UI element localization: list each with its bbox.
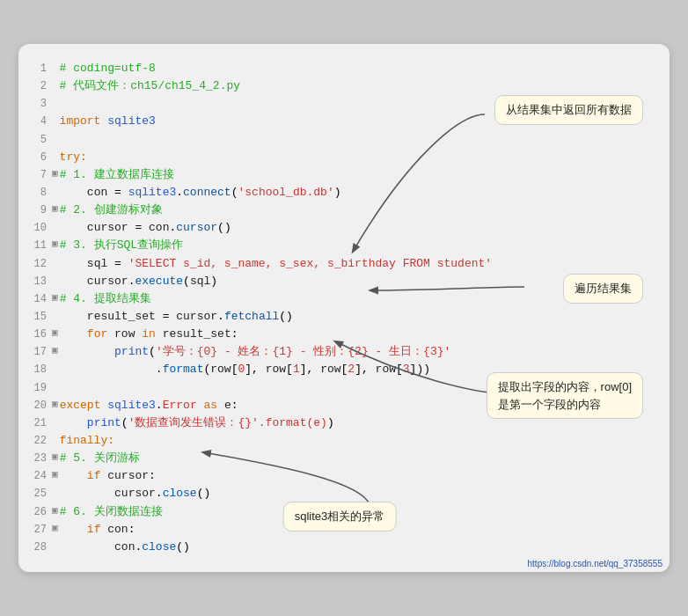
line-28: 28 con.close() <box>27 539 652 556</box>
code-block: 1 # coding=utf-8 2 # 代码文件：ch15/ch15_4_2.… <box>27 60 652 556</box>
line-13: 13 cursor.execute(sql) <box>27 273 652 290</box>
annotation-row: 提取出字段的内容，row[0]是第一个字段的内容 <box>487 372 643 419</box>
line-1: 1 # coding=utf-8 <box>27 60 652 77</box>
watermark: https://blog.csdn.net/qq_37358555 <box>528 559 662 568</box>
line-17: 17 ▣ print('学号：{0} - 姓名：{1} - 性别：{2} - 生… <box>27 343 652 361</box>
line-11: 11 ▣ # 3. 执行SQL查询操作 <box>27 237 652 254</box>
line-9: 9 ▣ # 2. 创建游标对象 <box>27 202 652 219</box>
line-25: 25 cursor.close() <box>27 485 652 502</box>
line-8: 8 con = sqlite3.connect('school_db.db') <box>27 184 652 202</box>
line-12: 12 sql = 'SELECT s_id, s_name, s_sex, s_… <box>27 255 652 273</box>
annotation-exception: sqlite3相关的异常 <box>283 502 397 532</box>
line-6: 6 try: <box>27 149 652 166</box>
line-15: 15 result_set = cursor.fetchall() <box>27 308 652 326</box>
line-2: 2 # 代码文件：ch15/ch15_4_2.py <box>27 77 652 95</box>
annotation-for-loop: 遍历结果集 <box>563 274 643 304</box>
line-24: 24 ▣ if cursor: <box>27 467 652 485</box>
line-22: 22 finally: <box>27 432 652 450</box>
line-10: 10 cursor = con.cursor() <box>27 219 652 237</box>
line-7: 7 ▣ # 1. 建立数据库连接 <box>27 166 652 184</box>
line-16: 16 ▣ for row in result_set: <box>27 326 652 343</box>
code-container: 1 # coding=utf-8 2 # 代码文件：ch15/ch15_4_2.… <box>18 44 670 572</box>
line-14: 14 ▣ # 4. 提取结果集 <box>27 290 652 308</box>
line-23: 23 ▣ # 5. 关闭游标 <box>27 450 652 467</box>
line-5: 5 <box>27 131 652 149</box>
annotation-fetchall: 从结果集中返回所有数据 <box>494 95 643 125</box>
